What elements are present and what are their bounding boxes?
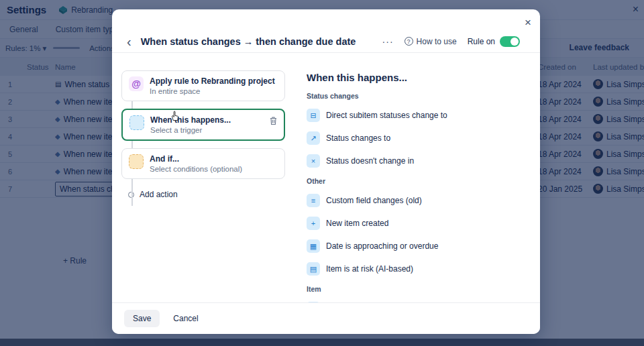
step-title: Apply rule to Rebranding project xyxy=(150,76,275,86)
step-title: And if... xyxy=(150,154,242,164)
how-to-use-link[interactable]: ? How to use xyxy=(405,37,457,46)
section-other: Other xyxy=(307,177,524,185)
rule-on-toggle[interactable] xyxy=(500,36,520,47)
step-apply-rule[interactable]: @ Apply rule to Rebranding project In en… xyxy=(121,70,285,101)
how-to-use-label: How to use xyxy=(417,37,457,46)
step-trigger[interactable]: When this happens... Select a trigger xyxy=(121,109,285,141)
rule-editor-modal: × ‹ When status changes → then change du… xyxy=(112,9,540,334)
rule-scope-icon: @ xyxy=(129,76,144,91)
trigger-picker-heading: When this happens... xyxy=(307,72,524,83)
status-change-icon: ↗ xyxy=(307,131,320,145)
save-button[interactable]: Save xyxy=(124,310,160,327)
rule-on-label: Rule on xyxy=(468,37,495,46)
trigger-direct-subitem-statuses[interactable]: ⊟ Direct subitem statuses change to xyxy=(307,106,524,125)
trigger-date-approaching[interactable]: ▦ Date is approaching or overdue xyxy=(307,237,524,255)
trash-icon[interactable] xyxy=(269,116,278,128)
modal-title: When status changes → then change due da… xyxy=(141,36,382,47)
back-chevron-icon[interactable]: ‹ xyxy=(127,35,131,48)
step-conditions[interactable]: And if... Select conditions (optional) xyxy=(121,148,285,179)
step-subtitle: Select conditions (optional) xyxy=(150,165,242,173)
trigger-item-at-risk[interactable]: ▤ Item is at risk (AI-based) xyxy=(307,260,524,278)
add-action-label: Add action xyxy=(140,190,178,199)
step-subtitle: Select a trigger xyxy=(150,126,231,134)
plus-icon: + xyxy=(307,217,320,230)
step-subtitle: In entire space xyxy=(150,87,275,95)
rule-steps-pane: @ Apply rule to Rebranding project In en… xyxy=(112,53,294,302)
section-status-changes: Status changes xyxy=(307,92,524,100)
modal-close-icon[interactable]: × xyxy=(525,16,531,30)
modal-header: ‹ When status changes → then change due … xyxy=(112,30,540,53)
step-title: When this happens... xyxy=(150,115,231,125)
trigger-custom-field-changes[interactable]: ≡ Custom field changes (old) xyxy=(307,191,524,210)
more-menu-icon[interactable]: ··· xyxy=(382,36,394,47)
trigger-picker-pane: When this happens... Status changes ⊟ Di… xyxy=(294,53,540,302)
add-action-button[interactable]: Add action xyxy=(128,190,285,199)
cancel-button[interactable]: Cancel xyxy=(166,310,205,327)
bottom-edge xyxy=(0,339,644,346)
custom-field-icon: ≡ xyxy=(307,194,320,207)
help-icon: ? xyxy=(405,37,413,46)
section-item: Item xyxy=(307,285,524,293)
subitem-status-icon: ⊟ xyxy=(307,109,320,122)
modal-footer: Save Cancel xyxy=(112,302,540,334)
clipboard-ai-icon: ▤ xyxy=(307,262,320,276)
status-no-change-icon: × xyxy=(307,154,320,168)
trigger-status-changes-to[interactable]: ↗ Status changes to xyxy=(307,129,524,148)
trigger-status-doesnt-change[interactable]: × Status doesn't change in xyxy=(307,152,524,170)
trigger-new-item-created[interactable]: + New item created xyxy=(307,214,524,233)
calendar-icon: ▦ xyxy=(307,239,320,253)
cursor-pointer-icon xyxy=(170,110,180,124)
conditions-placeholder-icon xyxy=(129,154,144,169)
trigger-placeholder-icon xyxy=(129,115,144,130)
